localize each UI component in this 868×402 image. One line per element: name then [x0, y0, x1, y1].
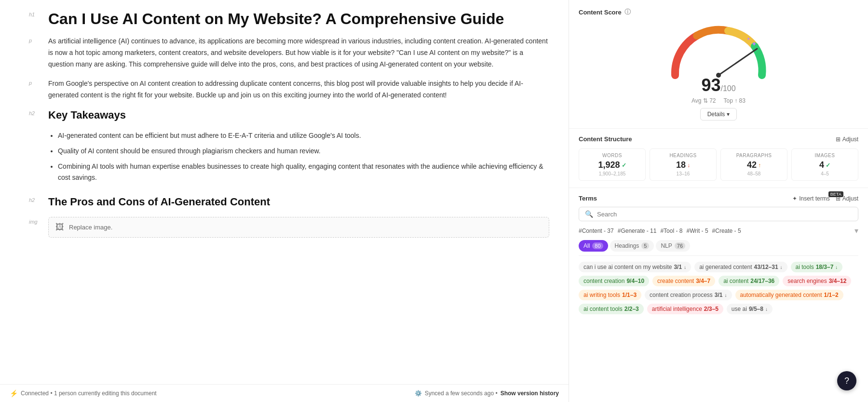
structure-adjust-button[interactable]: ⊞ Adjust: [836, 136, 858, 143]
term-text-2: ai tools: [796, 264, 814, 270]
score-header: Content Score ⓘ: [579, 8, 858, 16]
term-tag-2[interactable]: ai tools 18/3–7 ↓: [791, 262, 843, 272]
images-stat: IMAGES 4 ✓ 4–5: [791, 148, 858, 181]
h2-2-label: h2: [29, 195, 42, 209]
terms-search-box[interactable]: 🔍: [579, 207, 858, 221]
h1-label: h1: [29, 10, 42, 28]
insert-terms-button[interactable]: ✦ Insert terms BETA: [792, 195, 829, 202]
hashtag-2[interactable]: #Tool - 8: [660, 228, 682, 234]
term-count-8: 3/1: [715, 292, 723, 298]
lightning-icon: ⚡: [10, 389, 18, 397]
term-tag-9[interactable]: automatically generated content 1/1–2: [735, 290, 843, 300]
term-arrow-2: ↓: [835, 265, 838, 270]
details-button[interactable]: Details ▾: [700, 108, 737, 121]
h2-2-block: h2 The Pros and Cons of AI-Generated Con…: [29, 195, 549, 209]
article-title[interactable]: Can I Use AI Content on My Website? A Co…: [48, 10, 549, 28]
structure-header: Content Structure ⊞ Adjust: [579, 135, 858, 143]
term-tag-3[interactable]: content creation 9/4–10: [579, 276, 649, 286]
terms-section: Terms ✦ Insert terms BETA ⊞ Adjust 🔍 #Co…: [569, 188, 868, 321]
details-label: Details: [707, 111, 725, 118]
terms-title: Terms: [579, 195, 597, 202]
headings-down-icon: ↓: [687, 162, 690, 169]
score-avg-top: Avg ⇅ 72 Top ↑ 83: [692, 97, 746, 104]
score-display: 93/100: [701, 75, 735, 95]
key-takeaways-heading[interactable]: Key Takeaways: [48, 108, 549, 122]
p1-label: p: [29, 36, 42, 70]
hashtag-3[interactable]: #Writ - 5: [686, 228, 708, 234]
paragraphs-range: 48–58: [723, 171, 785, 176]
term-tag-4[interactable]: create content 3/4–7: [652, 276, 715, 286]
svg-line-0: [719, 49, 757, 75]
term-arrow-0: ↓: [684, 265, 686, 270]
term-tag-8[interactable]: content creation process 3/1 ↓: [645, 290, 732, 300]
list-item[interactable]: Quality of AI content should be ensured …: [58, 146, 549, 157]
image-icon: 🖼: [55, 222, 64, 232]
list-item[interactable]: Combining AI tools with human expertise …: [58, 161, 549, 184]
hashtag-0[interactable]: #Content - 37: [579, 228, 614, 234]
term-tag-5[interactable]: ai content 24/17–36: [719, 276, 779, 286]
score-section: Content Score ⓘ ✦ ✦: [569, 0, 868, 129]
gauge-container: ✦ ✦ 93/100 Avg ⇅ 72 Top ↑ 83: [579, 22, 858, 104]
term-tag-1[interactable]: ai generated content 43/12–31 ↓: [694, 262, 787, 272]
term-tag-12[interactable]: use ai 9/5–8 ↓: [727, 304, 773, 314]
words-value: 1,928 ✓: [581, 160, 643, 170]
structure-section: Content Structure ⊞ Adjust WORDS 1,928 ✓…: [569, 129, 868, 188]
sync-text: Synced a few seconds ago •: [425, 390, 498, 397]
status-bar: ⚡ Connected • 1 person currently editing…: [0, 384, 569, 402]
term-tag-11[interactable]: artificial intelligence 2/3–5: [647, 304, 723, 314]
term-tag-7[interactable]: ai writing tools 1/1–3: [579, 290, 641, 300]
tab-headings[interactable]: Headings 5: [610, 240, 654, 252]
paragraph-2-text[interactable]: From Google's perspective on AI content …: [48, 78, 549, 101]
right-panel: Content Score ⓘ ✦ ✦: [569, 0, 868, 402]
show-history-link[interactable]: Show version history: [501, 390, 559, 397]
headings-range: 13–16: [652, 171, 714, 176]
beta-badge: BETA: [828, 191, 843, 197]
term-count-0: 3/1: [674, 264, 682, 270]
term-count-12: 9/5–8: [749, 306, 763, 312]
image-placeholder[interactable]: 🖼 Replace image.: [48, 217, 549, 238]
list-item[interactable]: AI-generated content can be efficient bu…: [58, 130, 549, 142]
p2-label: p: [29, 78, 42, 101]
images-check-icon: ✓: [826, 162, 830, 169]
connection-text: Connected • 1 person currently editing t…: [21, 390, 157, 397]
svg-text:✦: ✦: [751, 40, 757, 48]
terms-grid: can i use ai content on my website 3/1 ↓…: [579, 262, 858, 314]
paragraph-1-text[interactable]: As artificial intelligence (AI) continue…: [48, 36, 549, 70]
help-button[interactable]: ?: [837, 371, 856, 390]
search-icon: 🔍: [585, 210, 593, 218]
bullet-label: [29, 130, 42, 188]
info-icon[interactable]: ⓘ: [624, 8, 631, 16]
structure-grid: WORDS 1,928 ✓ 1,900–2,185 HEADINGS 18 ↓ …: [579, 148, 858, 181]
tab-nlp[interactable]: NLP 76: [656, 240, 690, 252]
term-text-4: create content: [657, 278, 694, 284]
expand-hashtags-icon[interactable]: ▾: [854, 226, 858, 235]
terms-search-input[interactable]: [597, 211, 852, 218]
term-count-2: 18/3–7: [816, 264, 834, 270]
tab-all[interactable]: All 80: [579, 240, 608, 252]
hashtag-1[interactable]: #Generate - 11: [618, 228, 657, 234]
term-tag-10[interactable]: ai content tools 2/2–3: [579, 304, 644, 314]
term-count-4: 3/4–7: [696, 278, 710, 284]
bullet-block: AI-generated content can be efficient bu…: [29, 130, 549, 188]
hashtag-4[interactable]: #Create - 5: [712, 228, 741, 234]
term-tag-0[interactable]: can i use ai content on my website 3/1 ↓: [579, 262, 691, 272]
h2-1-label: h2: [29, 108, 42, 122]
paragraph-1-block: p As artificial intelligence (AI) contin…: [29, 36, 549, 70]
term-text-10: ai content tools: [583, 306, 623, 312]
chevron-down-icon: ▾: [727, 111, 730, 118]
h1-block: h1 Can I Use AI Content on My Website? A…: [29, 10, 549, 28]
headings-label: HEADINGS: [652, 153, 714, 158]
paragraphs-value: 42 ↑: [723, 160, 785, 170]
h2-1-block: h2 Key Takeaways: [29, 108, 549, 122]
paragraphs-stat: PARAGRAPHS 42 ↑ 48–58: [720, 148, 787, 181]
term-count-3: 9/4–10: [626, 278, 644, 284]
term-count-10: 2/2–3: [624, 306, 639, 312]
term-count-7: 1/1–3: [622, 292, 637, 298]
term-text-11: artificial intelligence: [652, 306, 702, 312]
term-text-7: ai writing tools: [583, 292, 620, 298]
sparkle-icon: ✦: [792, 195, 797, 202]
images-range: 4–5: [794, 171, 856, 176]
pros-cons-heading[interactable]: The Pros and Cons of AI-Generated Conten…: [48, 195, 549, 209]
headings-stat: HEADINGS 18 ↓ 13–16: [650, 148, 717, 181]
term-tag-6[interactable]: search engines 3/4–12: [783, 276, 851, 286]
